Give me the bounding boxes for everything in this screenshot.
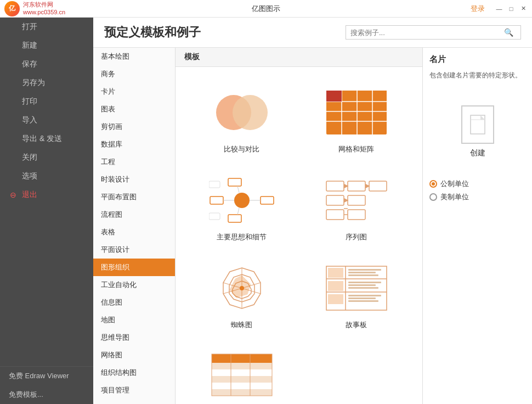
sidebar-item-exit[interactable]: ⊖ 退出 bbox=[0, 186, 93, 204]
category-item-basic[interactable]: 基本绘图 bbox=[93, 48, 175, 65]
sidebar-item-new[interactable]: 新建 bbox=[0, 36, 93, 55]
category-item-table[interactable]: 表格 bbox=[93, 223, 175, 241]
svg-rect-16 bbox=[228, 178, 241, 186]
category-item-graphic[interactable]: 图形组织 bbox=[93, 259, 175, 276]
category-item-card[interactable]: 卡片 bbox=[93, 83, 175, 100]
template-thumb-sequence bbox=[321, 173, 392, 228]
template-name-sequence: 序列图 bbox=[346, 232, 367, 242]
window-controls: 登录 — □ ✕ bbox=[471, 4, 528, 14]
template-name-grid: 网格和矩阵 bbox=[338, 144, 374, 154]
search-bar: 🔍 bbox=[346, 25, 521, 40]
svg-rect-63 bbox=[212, 369, 272, 376]
template-item-table2[interactable]: 表格图 bbox=[184, 339, 299, 404]
radio-imperial-dot bbox=[429, 193, 437, 201]
sidebar-item-import[interactable]: 导入 bbox=[0, 111, 93, 130]
template-name-compare: 比较与对比 bbox=[224, 144, 259, 154]
create-icon bbox=[461, 105, 494, 144]
maximize-button[interactable]: □ bbox=[507, 4, 516, 13]
logo-text: 河东软件网 www.pc0359.cn bbox=[23, 1, 65, 15]
category-item-business[interactable]: 商务 bbox=[93, 65, 175, 83]
category-item-flow[interactable]: 流程图 bbox=[93, 206, 175, 223]
svg-rect-66 bbox=[212, 389, 272, 396]
category-item-fashion[interactable]: 时装设计 bbox=[93, 171, 175, 188]
category-item-science[interactable]: 科学 bbox=[93, 399, 175, 404]
category-item-info[interactable]: 信息图 bbox=[93, 294, 175, 311]
sidebar-item-options[interactable]: 选项 bbox=[0, 167, 93, 186]
radio-imperial[interactable]: 美制单位 bbox=[429, 192, 525, 202]
svg-rect-26 bbox=[348, 195, 365, 205]
templates-section: 模板 比较与对比 bbox=[176, 48, 422, 404]
template-item-mind[interactable]: 主要思想和细节 bbox=[184, 164, 299, 251]
logo-icon: 亿 bbox=[4, 1, 20, 16]
category-item-flat[interactable]: 平面设计 bbox=[93, 241, 175, 259]
template-thumb-compare bbox=[206, 85, 278, 140]
right-panel: 名片 包含创建名片需要的特定形状。 创建 公制单位 bbox=[422, 48, 532, 404]
svg-rect-18 bbox=[228, 215, 241, 222]
section-header: 模板 bbox=[176, 48, 422, 67]
template-name-storyboard: 故事板 bbox=[346, 320, 367, 330]
template-name-spider: 蜘蛛图 bbox=[231, 320, 252, 330]
radio-metric-dot bbox=[429, 180, 437, 188]
template-item-sequence[interactable]: 序列图 bbox=[299, 164, 414, 251]
category-item-map[interactable]: 地图 bbox=[93, 311, 175, 329]
category-item-clip[interactable]: 剪切画 bbox=[93, 118, 175, 136]
sidebar-bottom: 免费 Edraw Viewer 免费模板... bbox=[0, 366, 93, 404]
sidebar-item-export[interactable]: 导出 & 发送 bbox=[0, 130, 93, 148]
template-item-storyboard[interactable]: 故事板 bbox=[299, 251, 414, 339]
sidebar: 打开 新建 保存 另存为 打印 导入 导出 & 发送 关闭 bbox=[0, 18, 93, 404]
template-name-mind: 主要思想和细节 bbox=[217, 232, 267, 242]
template-thumb-storyboard bbox=[321, 261, 392, 316]
svg-rect-59 bbox=[328, 281, 343, 291]
main-container: 打开 新建 保存 另存为 打印 导入 导出 & 发送 关闭 bbox=[0, 18, 532, 404]
content-area: 预定义模板和例子 🔍 基本绘图 商务 卡片 图表 剪切画 数据库 工程 时装设计… bbox=[93, 18, 532, 404]
sidebar-item-print[interactable]: 打印 bbox=[0, 92, 93, 111]
sidebar-item-saveas[interactable]: 另存为 bbox=[0, 74, 93, 92]
svg-rect-65 bbox=[212, 383, 272, 389]
svg-rect-64 bbox=[212, 376, 272, 383]
svg-point-11 bbox=[234, 193, 250, 208]
sidebar-item-save[interactable]: 保存 bbox=[0, 55, 93, 74]
radio-metric[interactable]: 公制单位 bbox=[429, 179, 525, 189]
category-item-engineering[interactable]: 工程 bbox=[93, 153, 175, 171]
template-item-grid[interactable]: 网格和矩阵 bbox=[299, 76, 414, 164]
category-item-industrial[interactable]: 工业自动化 bbox=[93, 276, 175, 294]
right-panel-title: 名片 bbox=[429, 54, 525, 65]
page-title: 预定义模板和例子 bbox=[104, 24, 201, 41]
sidebar-item-edraw-viewer[interactable]: 免费 Edraw Viewer bbox=[0, 367, 93, 385]
category-item-chart[interactable]: 图表 bbox=[93, 100, 175, 118]
sidebar-item-close[interactable]: 关闭 bbox=[0, 148, 93, 167]
right-panel-description: 包含创建名片需要的特定形状。 bbox=[429, 70, 525, 80]
template-item-compare[interactable]: 比较与对比 bbox=[184, 76, 299, 164]
login-button[interactable]: 登录 bbox=[471, 4, 485, 14]
category-item-mindmap[interactable]: 思维导图 bbox=[93, 329, 175, 346]
minimize-button[interactable]: — bbox=[495, 4, 503, 13]
svg-rect-31 bbox=[326, 210, 344, 220]
svg-rect-49 bbox=[348, 269, 381, 271]
category-list: 基本绘图 商务 卡片 图表 剪切画 数据库 工程 时装设计 平面布置图 流程图 … bbox=[93, 48, 176, 404]
svg-rect-62 bbox=[212, 363, 272, 369]
template-thumb-grid bbox=[321, 85, 392, 140]
templates-grid: 比较与对比 bbox=[176, 67, 422, 404]
category-item-db[interactable]: 数据库 bbox=[93, 136, 175, 153]
template-item-spider[interactable]: 蜘蛛图 bbox=[184, 251, 299, 339]
unit-radio-group: 公制单位 美制单位 bbox=[429, 179, 525, 202]
svg-rect-21 bbox=[209, 213, 220, 220]
category-item-floor[interactable]: 平面布置图 bbox=[93, 188, 175, 206]
exit-icon: ⊖ bbox=[9, 190, 18, 199]
svg-line-19 bbox=[237, 208, 239, 215]
create-label[interactable]: 创建 bbox=[470, 148, 485, 158]
svg-rect-54 bbox=[348, 287, 378, 289]
sidebar-item-open[interactable]: 打开 bbox=[0, 18, 93, 36]
category-item-network[interactable]: 网络图 bbox=[93, 346, 175, 364]
svg-rect-55 bbox=[348, 295, 381, 296]
category-item-project[interactable]: 项目管理 bbox=[93, 381, 175, 399]
close-button[interactable]: ✕ bbox=[519, 4, 528, 13]
category-item-org[interactable]: 组织结构图 bbox=[93, 364, 175, 381]
sidebar-item-free-templates[interactable]: 免费模板... bbox=[0, 385, 93, 404]
svg-rect-23 bbox=[348, 181, 365, 191]
search-input[interactable] bbox=[350, 29, 504, 37]
create-section: 创建 bbox=[429, 97, 525, 167]
svg-rect-32 bbox=[348, 210, 365, 220]
template-thumb-spider bbox=[206, 261, 278, 316]
page-header: 预定义模板和例子 🔍 bbox=[93, 18, 532, 48]
